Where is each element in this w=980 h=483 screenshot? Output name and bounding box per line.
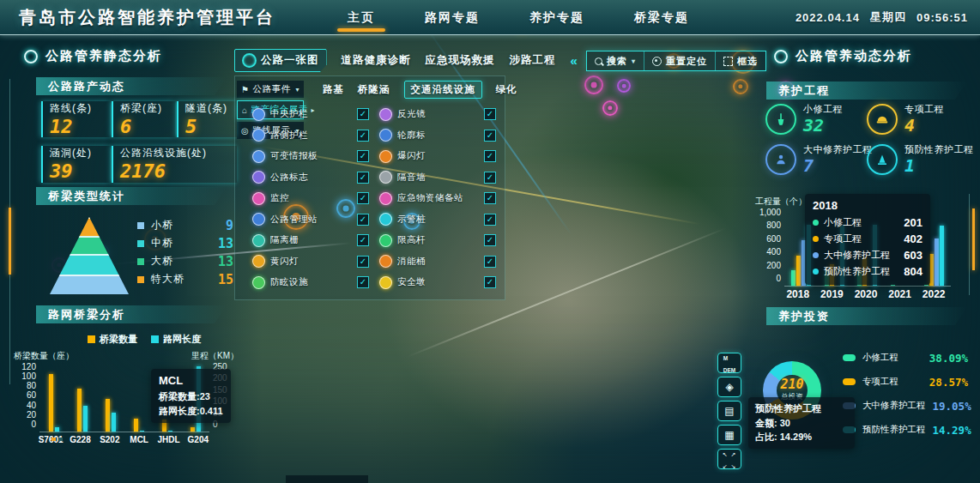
layer-item[interactable]: 安全墩✓	[379, 272, 496, 293]
series-dot	[813, 236, 819, 242]
layer-checkbox[interactable]: ✓	[357, 130, 369, 142]
layer-item[interactable]: 公路标志✓	[252, 167, 369, 189]
series-dot	[813, 252, 819, 258]
map-poi-marker[interactable]	[602, 100, 618, 116]
map-poi-marker[interactable]	[584, 75, 603, 94]
layer-checkbox[interactable]: ✓	[484, 130, 496, 142]
network-chart-legend: 桥梁数量路网长度	[88, 333, 201, 346]
maintenance-stat-label: 专项工程	[904, 103, 944, 116]
layer-item-label: 监控	[270, 192, 352, 204]
weekday-label: 星期四	[870, 9, 906, 25]
layer-checkbox[interactable]: ✓	[357, 172, 369, 184]
layer-item[interactable]: 爆闪灯✓	[379, 146, 496, 167]
maintenance-stat-label: 小修工程	[803, 103, 843, 116]
chart-legend-item[interactable]: 桥梁数量	[88, 333, 137, 346]
layer-checkbox[interactable]: ✓	[484, 192, 496, 204]
layer-item-label: 爆闪灯	[397, 150, 479, 162]
shovel-icon	[765, 104, 796, 135]
chart-legend-item[interactable]: 路网长度	[151, 333, 201, 346]
layer-item[interactable]: 消能桶✓	[379, 251, 496, 273]
layer-item[interactable]: 反光镜✓	[379, 104, 496, 125]
map-tool-map-button[interactable]: ▤	[717, 401, 741, 421]
layer-checkbox[interactable]: ✓	[484, 276, 496, 288]
layer-checkbox[interactable]: ✓	[357, 150, 369, 162]
layer-checkbox[interactable]: ✓	[484, 256, 496, 268]
layer-item[interactable]: 轮廓标✓	[379, 125, 496, 147]
toolbar-button-1[interactable]: 道路健康诊断	[342, 53, 411, 68]
layer-checkbox[interactable]: ✓	[357, 276, 369, 288]
map-tool-dem-button[interactable]: MDEM	[717, 353, 741, 373]
legend-label: 小桥	[151, 218, 219, 232]
layer-item[interactable]: 公路管理站✓	[252, 209, 369, 231]
layer-tab-3[interactable]: 绿化	[496, 83, 517, 96]
map-tool-buildings-button[interactable]: ▦	[717, 425, 741, 445]
layer-item[interactable]: 隔离栅✓	[252, 230, 369, 251]
y-axis-title: 工程量（个）	[755, 196, 807, 208]
menu-icon: ⌂	[242, 106, 248, 115]
investment-legend-row[interactable]: 专项工程28.57%	[843, 374, 968, 389]
layer-menu-0[interactable]: ⚑公路事件▾	[237, 81, 304, 98]
cube-icon: ◈	[725, 381, 733, 393]
menu-label: 公路事件	[252, 83, 290, 95]
reset-position-button[interactable]: 重置定位	[644, 51, 715, 70]
toolbar-button-0[interactable]: 公路一张图	[234, 49, 327, 72]
layer-item[interactable]: 路侧护栏✓	[252, 125, 369, 147]
maintenance-band: 养护工程	[766, 82, 967, 100]
nav-tab-2[interactable]: 养护专题	[529, 0, 584, 34]
layer-checkbox[interactable]: ✓	[484, 150, 496, 162]
legend-percent: 19.05%	[933, 400, 971, 413]
layer-checkbox[interactable]: ✓	[484, 172, 496, 184]
chart-bar	[140, 431, 144, 432]
nav-tab-0[interactable]: 主页	[348, 0, 375, 34]
y-tick: 40	[14, 401, 36, 410]
legend-value: 13	[218, 236, 233, 251]
layer-checkbox[interactable]: ✓	[357, 256, 369, 268]
layer-item-label: 消能桶	[397, 256, 479, 268]
nav-tab-1[interactable]: 路网专题	[425, 0, 480, 34]
toolbar-button-3[interactable]: 涉路工程	[510, 53, 556, 68]
series-name: 专项工程	[824, 232, 898, 245]
investment-legend-row[interactable]: 大中修养护工程19.05%	[843, 398, 968, 414]
layer-checkbox[interactable]: ✓	[357, 214, 369, 226]
investment-legend-row[interactable]: 预防性养护工程14.29%	[843, 422, 968, 438]
layer-item[interactable]: 中央护栏✓	[252, 104, 369, 125]
layer-checkbox[interactable]: ✓	[357, 234, 369, 246]
layer-tab-0[interactable]: 路基	[323, 83, 344, 96]
layer-item[interactable]: 限高杆✓	[379, 230, 496, 251]
bar-group	[106, 399, 116, 432]
legend-marker	[88, 335, 95, 343]
layer-tab-1[interactable]: 桥隧涵	[358, 83, 390, 96]
toolbar-button-2[interactable]: 应急现场救援	[426, 53, 495, 68]
collapse-chevron-icon[interactable]: «	[571, 53, 578, 68]
layer-item[interactable]: 黄闪灯✓	[252, 251, 369, 273]
layer-item[interactable]: 示警桩✓	[379, 209, 496, 231]
layer-item[interactable]: 隔音墙✓	[379, 167, 496, 189]
layer-checkbox[interactable]: ✓	[484, 234, 496, 246]
map-poi-marker[interactable]	[617, 79, 631, 93]
layer-checkbox[interactable]: ✓	[357, 192, 369, 204]
layer-item[interactable]: 应急物资储备站✓	[379, 188, 496, 209]
search-button[interactable]: 搜索 ▾	[587, 51, 644, 70]
layer-checkbox[interactable]: ✓	[484, 214, 496, 226]
layer-item[interactable]: 防眩设施✓	[252, 272, 369, 293]
legend-marker	[843, 354, 856, 361]
x-tick-label: 2022	[916, 289, 951, 301]
layer-item-icon	[252, 108, 265, 121]
investment-legend-row[interactable]: 小修工程38.09%	[843, 350, 968, 365]
layer-item-icon	[252, 276, 265, 289]
layer-item[interactable]: 可变情报板✓	[252, 146, 369, 167]
layer-item[interactable]: 监控✓	[252, 188, 369, 209]
dem-icon: MDEM	[723, 351, 735, 375]
y-tick: 0	[14, 420, 36, 429]
box-select-button[interactable]: 框选	[715, 51, 765, 70]
map-tool-expand-button[interactable]: ↖ ↗↙ ↘	[717, 449, 741, 469]
layer-checkbox[interactable]: ✓	[484, 108, 496, 120]
x-tick-label: 2020	[849, 289, 883, 301]
maintenance-stat-text: 大中修养护工程7	[803, 143, 873, 175]
x-tick-label: 2018	[781, 289, 815, 301]
layer-item-icon	[252, 129, 265, 142]
layer-checkbox[interactable]: ✓	[357, 108, 369, 120]
map-tool-cube-button[interactable]: ◈	[717, 377, 741, 397]
nav-tab-3[interactable]: 桥梁专题	[634, 0, 689, 34]
layer-tab-2[interactable]: 交通沿线设施	[404, 81, 482, 99]
